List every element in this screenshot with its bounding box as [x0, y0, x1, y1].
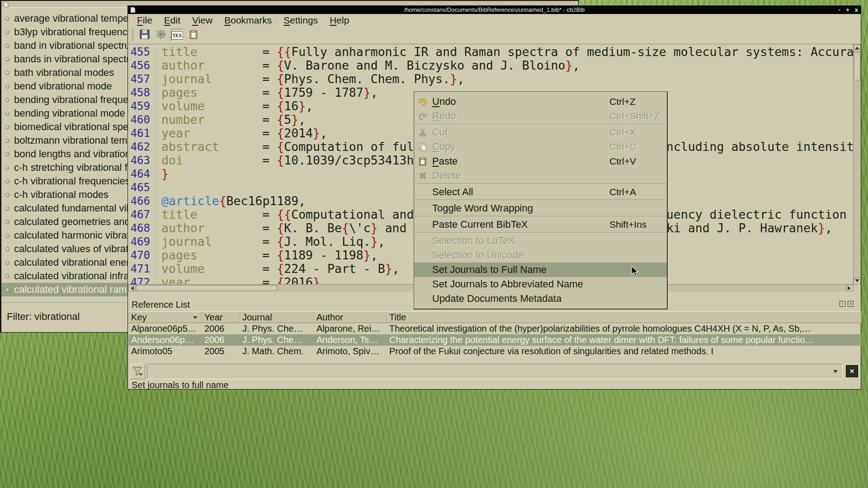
- cell-key: Alparone06p5…: [128, 323, 202, 334]
- table-row[interactable]: Arimoto052005J. Math. Chem.Arimoto, Spiv…: [128, 346, 861, 357]
- panel-close-icon[interactable]: ×: [848, 301, 854, 307]
- arrow-right-icon: [848, 286, 853, 291]
- list-item-label: band in vibrational spectrum: [14, 40, 138, 51]
- undo-icon: [418, 96, 432, 107]
- save-icon: [139, 29, 150, 42]
- editor-line[interactable]: 455title = {{Fully anharmonic IR and Ram…: [128, 45, 853, 59]
- bullet-icon: [5, 288, 9, 292]
- toolbar-settings-button[interactable]: [155, 29, 167, 42]
- menu-item-update-documents-metadata[interactable]: Update Documents Metadata: [414, 291, 667, 306]
- editor-code-text: number = {5},: [155, 113, 306, 127]
- filter-button[interactable]: [130, 364, 145, 379]
- list-item-label: c-h vibrational modes: [14, 189, 108, 200]
- tex-icon: TEX: [171, 31, 184, 40]
- vertical-scroll-thumb[interactable]: [854, 52, 860, 80]
- menu-icon-slot: [418, 203, 432, 214]
- menubar-item-file[interactable]: File: [137, 15, 152, 26]
- cell-journal: J. Phys. Che…: [240, 334, 314, 346]
- filter-combobox[interactable]: [147, 364, 843, 379]
- line-number: 469: [128, 235, 155, 249]
- scroll-down-button[interactable]: [854, 277, 861, 285]
- menu-item-selection-to-unicode[interactable]: Selection to Unicode: [414, 248, 667, 263]
- menu-item-set-journals-to-abbreviated-name[interactable]: Set Journals to Abbreviated Name: [414, 277, 667, 291]
- scroll-left-button[interactable]: [128, 285, 136, 291]
- toolbar-clipboard-button[interactable]: [187, 29, 200, 42]
- menu-item-label: Redo: [432, 110, 456, 122]
- bullet-icon: [5, 274, 9, 278]
- editor-code-text: year = {2016},: [155, 276, 327, 284]
- menubar-item-settings[interactable]: Settings: [283, 15, 318, 26]
- bullet-icon: [5, 125, 9, 129]
- menu-item-paste-current-bibtex[interactable]: Paste Current BibTeXShift+Ins: [414, 217, 667, 232]
- menu-item-selection-to-latex[interactable]: Selection to LaTeX: [414, 234, 667, 248]
- table-row[interactable]: Anderson06p…2006J. Phys. Che…Anderson, T…: [128, 334, 861, 346]
- scroll-up-button[interactable]: [854, 44, 861, 52]
- window-titlebar[interactable]: /home/constans/Documents/BibReferences/u…: [128, 6, 861, 14]
- line-number: 461: [128, 127, 155, 140]
- reference-filter-bar: ×: [128, 363, 861, 380]
- editor-vertical-scrollbar[interactable]: [853, 44, 861, 285]
- column-header-journal[interactable]: Journal: [240, 312, 314, 323]
- reference-table[interactable]: Alparone06p5…2006J. Phys. Che…Alparone, …: [128, 323, 861, 357]
- window-controls: -+x: [839, 6, 858, 14]
- sort-indicator-icon: [193, 316, 198, 321]
- column-header-year[interactable]: Year: [202, 312, 240, 323]
- chevron-down-icon: [833, 370, 838, 375]
- menu-item-delete[interactable]: Delete: [414, 169, 667, 183]
- menubar-item-edit[interactable]: Edit: [164, 15, 180, 26]
- toolbar-save-button[interactable]: [138, 29, 151, 42]
- menu-item-label: Undo: [432, 96, 456, 108]
- line-number: 465: [128, 181, 155, 194]
- menubar-item-bookmarks[interactable]: Bookmarks: [224, 15, 272, 26]
- copy-icon: [418, 141, 432, 152]
- panel-float-icon[interactable]: ▫: [840, 301, 845, 307]
- menu-item-select-all[interactable]: Select AllCtrl+A: [414, 185, 667, 199]
- menu-item-cut[interactable]: CutCtrl+X: [414, 125, 667, 140]
- editor-code-text: author = {V. Barone and M. Biczysko and …: [155, 59, 580, 72]
- menubar-item-help[interactable]: Help: [330, 15, 349, 26]
- editor-line[interactable]: 456author = {V. Barone and M. Biczysko a…: [128, 59, 853, 72]
- menu-item-redo[interactable]: RedoCtrl+Shift+Z: [414, 109, 667, 123]
- maximize-button[interactable]: +: [846, 6, 849, 14]
- table-row[interactable]: Alparone06p5…2006J. Phys. Che…Alparone, …: [128, 323, 861, 334]
- clear-filter-button[interactable]: ×: [846, 365, 858, 377]
- bullet-icon: [5, 206, 9, 211]
- editor-line[interactable]: 457journal = {Phys. Chem. Chem. Phys.},: [128, 72, 853, 86]
- list-item-label: c-h vibrational frequencies: [14, 175, 130, 187]
- cell-key: Arimoto05: [128, 346, 202, 357]
- menu-item-set-journals-to-full-name[interactable]: Set Journals to Full Name: [414, 263, 667, 277]
- cell-key: Anderson06p…: [128, 334, 202, 346]
- menu-item-toggle-word-wrapping[interactable]: Toggle Word Wrapping: [414, 201, 667, 216]
- menubar-item-view[interactable]: View: [192, 15, 212, 26]
- editor-code-text: [155, 181, 161, 194]
- editor-code-text: volume = {16},: [155, 99, 313, 113]
- horizontal-scroll-thumb[interactable]: [136, 285, 277, 291]
- menu-item-copy[interactable]: CopyCtrl+C: [414, 140, 667, 154]
- bullet-icon: [5, 261, 9, 265]
- reference-table-header[interactable]: KeyYearJournalAuthorTitle: [128, 311, 861, 323]
- menu-separator: [415, 232, 666, 233]
- cell-journal: J. Phys. Che…: [240, 323, 314, 334]
- column-header-title[interactable]: Title: [387, 312, 861, 323]
- line-number: 472: [128, 276, 155, 284]
- list-item-label: bending vibrational mode: [14, 108, 125, 119]
- column-header-key[interactable]: Key: [128, 312, 202, 323]
- column-header-author[interactable]: Author: [314, 312, 387, 323]
- close-button[interactable]: x: [855, 6, 858, 14]
- menu-item-undo[interactable]: UndoCtrl+Z: [414, 94, 667, 109]
- menu-item-label: Copy: [432, 141, 455, 153]
- menu-item-shortcut: Ctrl+V: [609, 156, 636, 167]
- line-number: 459: [128, 99, 155, 113]
- minimize-button[interactable]: -: [839, 6, 840, 14]
- toolbar-handle[interactable]: [132, 29, 134, 41]
- line-number: 464: [128, 167, 155, 181]
- list-item-label: c-h stretching vibrational fre: [14, 162, 136, 173]
- menu-separator: [415, 216, 666, 217]
- bullet-icon: [5, 166, 9, 170]
- toolbar-tex-button[interactable]: TEX: [171, 29, 184, 42]
- cut-icon: [418, 127, 432, 138]
- list-item-label: bath vibrational modes: [14, 67, 114, 78]
- scroll-right-button[interactable]: [846, 285, 853, 291]
- menu-item-paste[interactable]: PasteCtrl+V: [414, 154, 667, 169]
- arrow-left-icon: [128, 286, 134, 291]
